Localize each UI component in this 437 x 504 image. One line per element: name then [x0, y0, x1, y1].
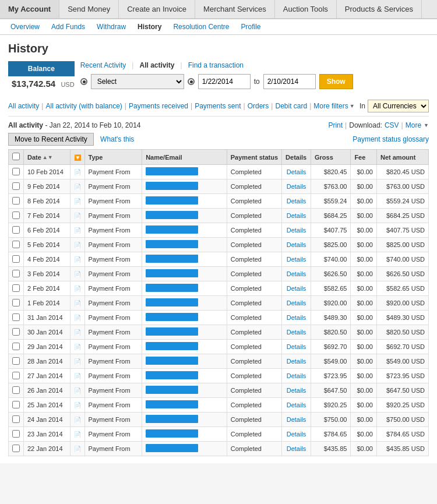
row-document-icon: 📄 — [74, 387, 81, 394]
row-details-link[interactable]: Details — [287, 416, 306, 423]
row-details-link[interactable]: Details — [287, 241, 306, 248]
row-checkbox[interactable] — [12, 415, 20, 423]
date-sort-icon[interactable]: ▲▼ — [43, 154, 53, 160]
print-links: Print | Download: CSV | More ▼ — [328, 121, 429, 129]
move-recent-activity-button[interactable]: Move to Recent Activity — [8, 133, 94, 146]
row-details-link[interactable]: Details — [287, 183, 306, 190]
row-details-link[interactable]: Details — [287, 198, 306, 205]
row-type: Payment From — [84, 354, 142, 369]
nav-send-money[interactable]: Send Money — [59, 0, 119, 18]
nav-merchant-services[interactable]: Merchant Services — [195, 0, 275, 18]
row-details-cell: Details — [282, 311, 311, 325]
filter-more-filters[interactable]: More filters — [313, 102, 348, 110]
balance-currency: USD — [61, 81, 74, 88]
row-checkbox[interactable] — [12, 255, 20, 263]
filter-all-activity[interactable]: All activity — [8, 102, 39, 110]
row-details-link[interactable]: Details — [287, 401, 306, 408]
row-checkbox[interactable] — [12, 328, 20, 336]
nav-my-account[interactable]: My Account — [0, 0, 59, 18]
row-type: Payment From — [84, 209, 142, 223]
currency-select[interactable]: All Currencies — [368, 100, 429, 112]
row-details-link[interactable]: Details — [287, 343, 306, 350]
row-net-amount: $723.95 USD — [376, 369, 428, 383]
row-details-link[interactable]: Details — [287, 387, 306, 394]
nav-products-services[interactable]: Products & Services — [337, 0, 422, 18]
show-button[interactable]: Show — [319, 74, 353, 89]
row-details-link[interactable]: Details — [287, 285, 306, 292]
row-icon-cell: 📄 — [70, 442, 84, 456]
row-type: Payment From — [84, 383, 142, 398]
row-checkbox[interactable] — [12, 270, 20, 277]
filter-orders[interactable]: Orders — [248, 102, 269, 110]
row-details-link[interactable]: Details — [287, 227, 306, 234]
whats-this-link[interactable]: What's this — [100, 135, 134, 143]
print-link[interactable]: Print — [328, 121, 343, 129]
subnav-overview[interactable]: Overview — [6, 19, 44, 34]
filter-all-activity-balance[interactable]: All activity (with balance) — [45, 102, 122, 110]
subnav-history[interactable]: History — [133, 19, 166, 34]
row-checkbox[interactable] — [12, 197, 20, 205]
row-checkbox[interactable] — [12, 284, 20, 292]
row-checkbox-cell — [9, 209, 24, 223]
date-to-input[interactable] — [263, 74, 316, 89]
row-details-link[interactable]: Details — [287, 431, 306, 438]
filter-icon[interactable]: 🔽 — [74, 154, 81, 161]
nav-create-invoice[interactable]: Create an Invoice — [119, 0, 195, 18]
row-checkbox[interactable] — [12, 212, 20, 219]
row-details-link[interactable]: Details — [287, 256, 306, 263]
row-type: Payment From — [84, 325, 142, 340]
date-from-input[interactable] — [198, 74, 251, 89]
row-type: Payment From — [84, 194, 142, 209]
row-details-link[interactable]: Details — [287, 372, 306, 379]
row-name-email — [142, 209, 227, 223]
subnav-profile[interactable]: Profile — [236, 19, 265, 34]
row-checkbox[interactable] — [12, 430, 20, 438]
row-details-link[interactable]: Details — [287, 168, 306, 175]
tab-all-activity[interactable]: All activity — [139, 61, 174, 69]
row-details-link[interactable]: Details — [287, 212, 306, 219]
radio-select[interactable] — [80, 78, 87, 85]
subnav-add-funds[interactable]: Add Funds — [47, 19, 90, 34]
col-name-email: Name/Email — [142, 150, 227, 165]
row-checkbox[interactable] — [12, 343, 20, 350]
row-details-link[interactable]: Details — [287, 299, 306, 306]
csv-link[interactable]: CSV — [385, 121, 399, 129]
row-checkbox[interactable] — [12, 226, 20, 234]
row-details-link[interactable]: Details — [287, 270, 306, 277]
payment-status-glossary-link[interactable]: Payment status glossary — [353, 135, 429, 143]
filter-payments-received[interactable]: Payments received — [129, 102, 188, 110]
row-icon-cell: 📄 — [70, 354, 84, 369]
row-net-amount: $920.25 USD — [376, 398, 428, 413]
subnav-resolution-centre[interactable]: Resolution Centre — [168, 19, 234, 34]
row-checkbox[interactable] — [12, 182, 20, 190]
tab-recent-activity[interactable]: Recent Activity — [80, 61, 126, 69]
to-label: to — [254, 77, 260, 86]
row-details-link[interactable]: Details — [287, 314, 306, 321]
row-checkbox[interactable] — [12, 299, 20, 306]
row-checkbox[interactable] — [12, 168, 20, 175]
row-checkbox[interactable] — [12, 386, 20, 394]
transaction-table: Date ▲▼ 🔽 Type Name/Email Payment status… — [8, 149, 429, 456]
row-checkbox[interactable] — [12, 445, 20, 452]
tab-find-transaction[interactable]: Find a transaction — [188, 61, 244, 69]
row-icon-cell: 📄 — [70, 209, 84, 223]
subnav-withdraw[interactable]: Withdraw — [92, 19, 131, 34]
row-checkbox[interactable] — [12, 357, 20, 365]
radio-date[interactable] — [188, 78, 195, 85]
row-details-link[interactable]: Details — [287, 445, 306, 452]
row-checkbox[interactable] — [12, 313, 20, 321]
row-details-link[interactable]: Details — [287, 358, 306, 365]
filter-select[interactable]: Select — [91, 74, 184, 89]
filter-payments-sent[interactable]: Payments sent — [195, 102, 241, 110]
more-download-link[interactable]: More — [406, 121, 421, 129]
row-checkbox[interactable] — [12, 401, 20, 408]
row-checkbox[interactable] — [12, 372, 20, 379]
select-all-checkbox[interactable] — [12, 153, 20, 160]
row-checkbox[interactable] — [12, 241, 20, 248]
row-payment-status: Completed — [227, 340, 281, 354]
filter-debit-card[interactable]: Debit card — [275, 102, 307, 110]
row-name-email — [142, 296, 227, 311]
row-document-icon: 📄 — [74, 242, 81, 248]
nav-auction-tools[interactable]: Auction Tools — [275, 0, 337, 18]
row-details-link[interactable]: Details — [287, 329, 306, 336]
